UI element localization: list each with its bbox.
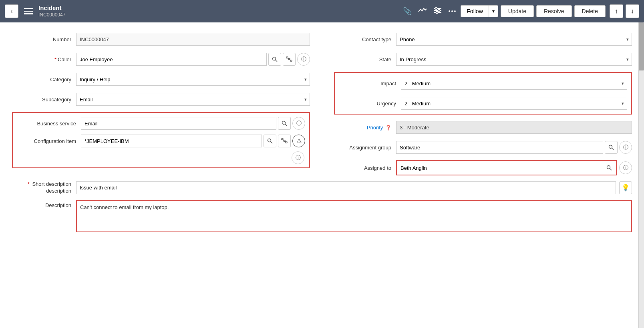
short-description-label: * Short descriptiondescription bbox=[12, 181, 76, 195]
description-label: Description bbox=[12, 200, 76, 208]
paperclip-icon[interactable]: 📎 bbox=[403, 7, 412, 16]
caller-hierarchy-icon[interactable] bbox=[283, 53, 296, 66]
assigned-to-input[interactable] bbox=[397, 162, 601, 173]
resolve-button[interactable]: Resolve bbox=[536, 5, 572, 17]
state-select-wrapper: New In Progress On Hold Resolved Closed … bbox=[396, 53, 632, 66]
header-title-block: Incident INC0000047 bbox=[38, 4, 65, 18]
svg-line-11 bbox=[287, 58, 289, 58]
assigned-to-row: Assigned to ⓘ bbox=[334, 160, 632, 175]
svg-point-6 bbox=[273, 57, 276, 60]
caller-row: *Caller bbox=[12, 52, 310, 66]
svg-rect-8 bbox=[286, 57, 288, 58]
state-select[interactable]: New In Progress On Hold Resolved Closed bbox=[396, 53, 632, 66]
assignment-group-search-icon[interactable] bbox=[605, 141, 618, 154]
priority-label-cell: Priority ❓ bbox=[334, 125, 396, 131]
svg-rect-9 bbox=[288, 58, 290, 60]
config-item-field-group: ⚠ bbox=[81, 135, 305, 147]
follow-button-group: Follow ▾ bbox=[461, 5, 498, 17]
assigned-to-info-icon[interactable]: ⓘ bbox=[619, 161, 632, 174]
caller-info-icon[interactable]: ⓘ bbox=[297, 53, 310, 66]
delete-button[interactable]: Delete bbox=[574, 5, 606, 17]
priority-row: Priority ❓ 3 - Moderate bbox=[334, 120, 632, 135]
caller-input[interactable] bbox=[76, 53, 267, 66]
priority-help-icon[interactable]: ❓ bbox=[385, 125, 391, 131]
assigned-to-label: Assigned to bbox=[334, 165, 396, 171]
short-description-input[interactable] bbox=[76, 181, 616, 194]
follow-dropdown-button[interactable]: ▾ bbox=[489, 5, 498, 17]
assignment-group-input[interactable] bbox=[396, 141, 603, 154]
config-item-hierarchy-icon[interactable] bbox=[278, 135, 291, 147]
nav-up-button[interactable]: ↑ bbox=[610, 4, 623, 18]
svg-line-16 bbox=[271, 142, 273, 144]
incident-title: Incident bbox=[38, 4, 65, 12]
svg-rect-19 bbox=[286, 142, 287, 143]
description-textarea[interactable]: Can't connect to email from my laptop. bbox=[76, 200, 632, 232]
svg-line-20 bbox=[282, 140, 284, 140]
svg-line-23 bbox=[612, 148, 614, 150]
svg-rect-10 bbox=[290, 60, 292, 61]
category-select[interactable]: Inquiry / Help Software Hardware Network bbox=[76, 73, 310, 86]
config-item-alert-icon[interactable]: ⚠ bbox=[292, 135, 305, 147]
service-config-group: Business service ⓘ Configuration item bbox=[12, 112, 310, 168]
impact-row: Impact 1 - High 2 - Medium 3 - Low ▾ bbox=[339, 76, 627, 91]
config-item-row: Configuration item bbox=[17, 134, 305, 148]
business-service-search-icon[interactable] bbox=[278, 117, 291, 130]
contact-type-select[interactable]: Phone Email Self-service Walk-in bbox=[396, 33, 632, 46]
subcategory-label: Subcategory bbox=[12, 97, 76, 103]
header-icon-group: 📎 ••• bbox=[403, 7, 457, 16]
sliders-icon[interactable] bbox=[433, 7, 442, 16]
assignment-group-row: Assignment group ⓘ bbox=[334, 140, 632, 155]
svg-line-25 bbox=[610, 169, 612, 171]
activity-icon[interactable] bbox=[418, 7, 427, 16]
impact-label: Impact bbox=[339, 80, 401, 87]
extra-info-icon[interactable]: ⓘ bbox=[292, 151, 304, 164]
right-column: Contact type Phone Email Self-service Wa… bbox=[334, 32, 632, 181]
number-label: Number bbox=[12, 36, 76, 42]
state-row: State New In Progress On Hold Resolved C… bbox=[334, 52, 632, 66]
nav-arrows: ↑ ↓ bbox=[610, 4, 639, 18]
number-input[interactable] bbox=[76, 33, 310, 46]
subcategory-select-wrapper: Email Other ▾ bbox=[76, 93, 310, 106]
svg-point-5 bbox=[436, 11, 438, 13]
priority-link[interactable]: Priority bbox=[367, 125, 383, 131]
scrollbar-track[interactable] bbox=[638, 22, 644, 249]
impact-select-wrapper: 1 - High 2 - Medium 3 - Low ▾ bbox=[401, 77, 627, 90]
subcategory-select[interactable]: Email Other bbox=[76, 93, 310, 106]
urgency-label: Urgency bbox=[339, 101, 401, 107]
config-item-search-icon[interactable] bbox=[264, 135, 276, 147]
update-button[interactable]: Update bbox=[501, 5, 534, 17]
svg-line-21 bbox=[284, 141, 286, 142]
priority-value: 3 - Moderate bbox=[396, 121, 632, 134]
config-item-input[interactable] bbox=[81, 135, 262, 147]
caller-label: *Caller bbox=[12, 56, 76, 62]
caller-field-group: ⓘ bbox=[76, 53, 310, 66]
svg-point-4 bbox=[438, 9, 440, 11]
business-service-info-icon[interactable]: ⓘ bbox=[292, 117, 305, 130]
nav-down-button[interactable]: ↓ bbox=[626, 4, 639, 18]
config-item-label: Configuration item bbox=[17, 138, 81, 144]
follow-button[interactable]: Follow bbox=[461, 5, 488, 17]
short-desc-required-star: * bbox=[28, 181, 30, 187]
back-button[interactable]: ‹ bbox=[5, 4, 18, 18]
svg-point-24 bbox=[607, 166, 610, 169]
short-desc-label-cont: description bbox=[46, 188, 71, 194]
business-service-row: Business service ⓘ bbox=[17, 116, 305, 131]
short-description-row: * Short descriptiondescription 💡 bbox=[12, 181, 632, 195]
scrollbar-thumb[interactable] bbox=[639, 22, 644, 70]
business-service-label: Business service bbox=[17, 121, 81, 127]
menu-icon[interactable] bbox=[22, 6, 34, 16]
svg-point-15 bbox=[268, 139, 271, 142]
svg-line-12 bbox=[289, 60, 291, 60]
description-row: Description Can't connect to email from … bbox=[12, 200, 632, 233]
lightbulb-button[interactable]: 💡 bbox=[619, 181, 632, 194]
business-service-field-group: ⓘ bbox=[81, 117, 305, 130]
assigned-to-search-icon[interactable] bbox=[603, 161, 616, 174]
urgency-select[interactable]: 1 - High 2 - Medium 3 - Low bbox=[401, 97, 627, 110]
business-service-input[interactable] bbox=[81, 117, 276, 130]
left-column: Number *Caller bbox=[12, 32, 310, 181]
more-icon[interactable]: ••• bbox=[449, 8, 457, 14]
assignment-group-info-icon[interactable]: ⓘ bbox=[619, 141, 632, 154]
caller-search-icon[interactable] bbox=[268, 53, 281, 66]
state-label: State bbox=[334, 56, 396, 62]
impact-select[interactable]: 1 - High 2 - Medium 3 - Low bbox=[401, 77, 627, 90]
